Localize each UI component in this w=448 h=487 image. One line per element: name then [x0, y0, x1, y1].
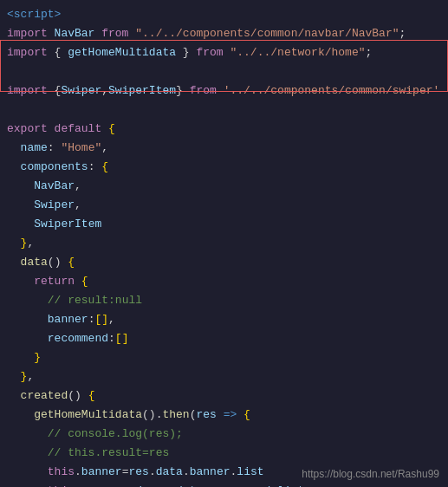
- indent-24: [7, 445, 48, 462]
- indent-22: [7, 406, 34, 424]
- eq-2: =: [142, 483, 149, 487]
- keyword-import-2: import: [7, 44, 55, 62]
- code-line-11: Swiper,: [0, 196, 448, 215]
- prop-components: components: [21, 159, 88, 176]
- brace-open-2: {: [55, 82, 62, 100]
- prop-banner: banner: [48, 311, 88, 328]
- indent-10: [7, 178, 34, 195]
- dot-3: .: [183, 464, 190, 481]
- tag-open: <script>: [7, 6, 61, 23]
- code-line-22: getHomeMultidata().then(res => {: [0, 406, 448, 425]
- code-line-8: name: "Home",: [0, 139, 448, 158]
- comma-7: ,: [27, 368, 34, 386]
- indent-14: [7, 254, 21, 271]
- code-line-16: // result:null: [0, 291, 448, 310]
- keyword-from-2: from: [196, 44, 230, 62]
- code-line-9: components: {: [0, 158, 448, 177]
- eq-1: =: [122, 464, 129, 481]
- code-editor: <script> import NavBar from "../../compo…: [0, 0, 448, 487]
- keyword-this-2: this: [48, 483, 75, 487]
- comma-3: ,: [75, 178, 81, 195]
- indent-8: [7, 140, 21, 157]
- this-recommend: recommend: [81, 483, 142, 487]
- code-line-13: },: [0, 234, 448, 253]
- bracket-open-3: {: [68, 254, 75, 271]
- keyword-from-1: from: [101, 25, 135, 42]
- watermark: https://blog.csdn.net/Rashu99: [302, 468, 439, 480]
- code-line-2: import NavBar from "../../components/com…: [0, 24, 448, 43]
- comma-6: ,: [108, 311, 115, 328]
- indent-15: [7, 273, 34, 290]
- keyword-from-3: from: [190, 82, 224, 100]
- paren-1: (): [48, 254, 68, 271]
- code-line-20: },: [0, 367, 448, 386]
- dot-6: .: [169, 483, 176, 487]
- dot-2: .: [149, 464, 156, 481]
- semi-1: ;: [399, 25, 406, 42]
- arr-open-1: []: [94, 311, 108, 328]
- identifier-gethome: getHomeMultidata: [68, 44, 183, 62]
- func-gethome-call: getHomeMultidata: [34, 406, 142, 424]
- bracket-open-2: {: [101, 159, 108, 176]
- bracket-close-2: }: [34, 349, 41, 367]
- paren-4: (: [190, 406, 197, 424]
- prop-banner-2: banner: [190, 464, 230, 481]
- colon-3: :: [88, 311, 95, 328]
- code-line-3: import { getHomeMultidata } from "../../…: [0, 43, 448, 62]
- arr-open-2: []: [115, 330, 129, 347]
- keyword-this-1: this: [48, 464, 75, 481]
- dot-8: .: [270, 483, 277, 487]
- code-line-10: NavBar,: [0, 177, 448, 196]
- indent-12: [7, 216, 34, 233]
- code-line-24: // this.result=res: [0, 444, 448, 463]
- indent-19: [7, 349, 34, 367]
- dot-7: .: [203, 483, 210, 487]
- code-line-18: recommend:[]: [0, 329, 448, 348]
- bracket-close-3: }: [21, 368, 28, 386]
- arrow-1: =>: [217, 406, 243, 424]
- indent-26: [7, 483, 48, 487]
- brace-close-2: }: [176, 82, 190, 100]
- code-line-7: export default {: [0, 120, 448, 139]
- code-line-19: }: [0, 348, 448, 367]
- comment-result: // result:null: [48, 292, 142, 309]
- code-line-6: [0, 101, 448, 120]
- prop-data-2: data: [176, 483, 203, 487]
- code-line-5: import {Swiper,SwiperItem} from '../../c…: [0, 81, 448, 101]
- comment-console: // console.log(res);: [48, 425, 183, 443]
- bracket-open-4: {: [81, 273, 88, 290]
- prop-recommend: recommend: [48, 330, 108, 347]
- string-navbar-path: "../../components/common/navbar/NavBar": [135, 25, 399, 42]
- string-home: "Home": [61, 140, 101, 157]
- paren-2: (): [68, 387, 88, 405]
- code-line-12: SwiperItem: [0, 215, 448, 234]
- indent-21: [7, 387, 21, 405]
- code-line-1: <script>: [0, 5, 448, 24]
- comment-result2: // this.result=res: [48, 445, 169, 462]
- prop-name: name: [21, 140, 48, 157]
- code-line-14: data() {: [0, 253, 448, 272]
- code-line-15: return {: [0, 272, 448, 291]
- paren-3: ().: [142, 406, 162, 424]
- indent-13: [7, 235, 21, 252]
- identifier-swiperitem: SwiperItem: [108, 82, 176, 100]
- bracket-close-1: }: [21, 235, 28, 252]
- bracket-open-5: {: [88, 387, 95, 405]
- comma-2: ,: [101, 140, 108, 157]
- param-res: res: [196, 406, 216, 424]
- colon-2: :: [88, 159, 102, 176]
- comp-swiper: Swiper: [34, 197, 75, 214]
- bracket-open-6: {: [243, 406, 250, 424]
- brace-close-1: }: [183, 44, 197, 62]
- res-data-1: res: [128, 464, 148, 481]
- comma-5: ,: [27, 235, 34, 252]
- indent-20: [7, 368, 21, 386]
- keyword-export: export: [7, 120, 55, 138]
- comma-4: ,: [75, 197, 81, 214]
- dot-5: .: [75, 483, 81, 487]
- keyword-default: default: [55, 120, 108, 138]
- identifier-swiper: Swiper: [61, 82, 101, 100]
- prop-data-1: data: [156, 464, 183, 481]
- res-data-2: res: [149, 483, 169, 487]
- this-banner: banner: [81, 464, 122, 481]
